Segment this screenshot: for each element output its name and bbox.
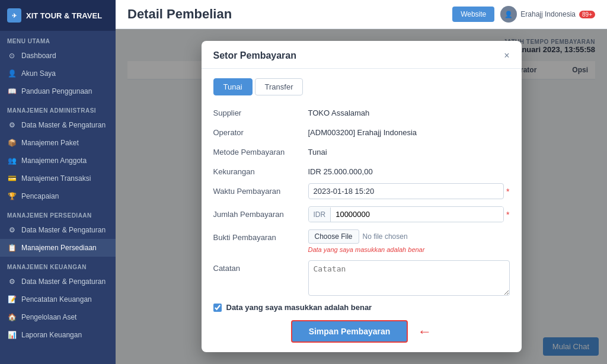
book-icon: 📖	[7, 87, 17, 95]
website-button[interactable]: Website	[452, 7, 494, 22]
confirm-checkbox[interactable]	[213, 304, 222, 312]
supplier-value: TOKO Assalamah	[308, 105, 510, 117]
gear-icon-3: ⚙	[7, 277, 17, 286]
supplier-row: Supplier TOKO Assalamah	[213, 105, 510, 117]
arrow-icon: ←	[417, 323, 432, 340]
kekurangan-value: IDR 25.000.000,00	[308, 164, 510, 176]
confirm-row: Data yang saya masukkan adalah benar	[213, 303, 510, 312]
file-hint: Data yang saya masukkan adalah benar	[308, 246, 510, 253]
operator-value: [ADM003200] Erahajj Indonesia	[308, 124, 510, 137]
credit-card-icon: 💳	[7, 174, 17, 183]
sidebar-item-panduan[interactable]: 📖 Panduan Penggunaan	[0, 82, 116, 100]
user-info: 👤 Erahajj Indonesia 89+	[500, 6, 595, 23]
sidebar: ✈ XIT TOUR & TRAVEL MENU UTAMA ⊙ Dashboa…	[0, 0, 116, 364]
modal-overlay: Setor Pembayaran × Tunai Transfer Suppli…	[116, 29, 607, 364]
inventory-icon: 📋	[7, 244, 17, 252]
tab-tunai[interactable]: Tunai	[213, 78, 253, 95]
sidebar-item-pencatatan-keuangan[interactable]: 📝 Pencatatan Keuangan	[0, 290, 116, 308]
sidebar-logo[interactable]: ✈ XIT TOUR & TRAVEL	[0, 0, 116, 31]
jumlah-input[interactable]	[331, 207, 503, 222]
sidebar-item-data-master-persediaan[interactable]: ⚙ Data Master & Pengaturan	[0, 221, 116, 239]
metode-value: Tunai	[308, 144, 510, 157]
metode-row: Metode Pembayaran Tunai	[213, 144, 510, 157]
section-title-menu-utama: MENU UTAMA	[0, 31, 116, 47]
sidebar-item-label: Data Master & Pengaturan	[21, 226, 106, 234]
users-icon: 👥	[7, 157, 17, 165]
confirm-label: Data yang saya masukkan adalah benar	[226, 303, 372, 312]
section-title-persediaan: MANAJEMEN PERSEDIAAN	[0, 205, 116, 221]
modal-close-button[interactable]: ×	[504, 50, 509, 61]
catatan-label: Catatan	[213, 260, 308, 273]
sidebar-item-manajemen-transaksi[interactable]: 💳 Manajemen Transaksi	[0, 170, 116, 187]
waktu-row: Waktu Pembayaran *	[213, 183, 510, 199]
avatar: 👤	[500, 6, 517, 23]
page-content: JATUH TEMPO PEMBAYARAN 21 Januari 2023, …	[116, 29, 607, 364]
notes-icon: 📝	[7, 295, 17, 304]
page-title: Detail Pembelian	[127, 7, 232, 22]
notification-badge: 89+	[579, 11, 595, 18]
operator-label: Operator	[213, 124, 308, 137]
tab-group: Tunai Transfer	[213, 78, 510, 95]
topbar-right: Website 👤 Erahajj Indonesia 89+	[452, 6, 595, 23]
file-chosen-text: No file chosen	[363, 232, 408, 241]
user-icon: 👤	[7, 69, 17, 78]
submit-row: Simpan Pembayaran ←	[213, 320, 510, 343]
sidebar-item-laporan-keuangan[interactable]: 📊 Laporan Keuangan	[0, 326, 116, 344]
simpan-pembayaran-button[interactable]: Simpan Pembayaran	[291, 320, 408, 343]
jumlah-input-group: IDR *	[308, 206, 510, 222]
modal-title: Setor Pembayaran	[213, 50, 297, 61]
sidebar-item-label: Panduan Penggunaan	[21, 87, 92, 95]
sidebar-item-manajemen-anggota[interactable]: 👥 Manajemen Anggota	[0, 152, 116, 170]
gear-icon-2: ⚙	[7, 226, 17, 234]
idr-prefix: IDR	[309, 207, 331, 222]
sidebar-item-manajemen-paket[interactable]: 📦 Manajemen Paket	[0, 134, 116, 152]
sidebar-item-pengelolaan-aset[interactable]: 🏠 Pengelolaan Aset	[0, 308, 116, 326]
sidebar-item-label: Manajemen Paket	[21, 139, 79, 147]
sidebar-item-label: Pencatatan Keuangan	[21, 295, 92, 304]
sidebar-item-data-master-admin[interactable]: ⚙ Data Master & Pengaturan	[0, 116, 116, 134]
tab-transfer[interactable]: Transfer	[255, 78, 304, 95]
section-title-admin: MANAJEMEN ADMINISTRASI	[0, 100, 116, 116]
sidebar-item-label: Data Master & Pengaturan	[21, 277, 106, 286]
sidebar-item-pencapaian[interactable]: 🏆 Pencapaian	[0, 187, 116, 205]
waktu-input[interactable]	[308, 183, 504, 199]
modal-header: Setor Pembayaran ×	[202, 41, 522, 69]
sidebar-item-label: Data Master & Pengaturan	[21, 121, 106, 129]
package-icon: 📦	[7, 139, 17, 147]
logo-icon: ✈	[7, 8, 21, 23]
modal-body: Tunai Transfer Supplier TOKO Assalamah O…	[202, 69, 522, 352]
metode-label: Metode Pembayaran	[213, 144, 308, 157]
main-content: Detail Pembelian Website 👤 Erahajj Indon…	[116, 0, 607, 364]
sidebar-item-dashboard[interactable]: ⊙ Dashboard	[0, 47, 116, 65]
waktu-required-star: *	[506, 187, 509, 196]
sidebar-item-label: Manajemen Persediaan	[21, 244, 97, 252]
waktu-label: Waktu Pembayaran	[213, 183, 308, 196]
topbar: Detail Pembelian Website 👤 Erahajj Indon…	[116, 0, 607, 29]
sidebar-item-label: Manajemen Anggota	[21, 157, 87, 165]
sidebar-item-label: Laporan Keuangan	[21, 331, 82, 339]
sidebar-item-manajemen-persediaan[interactable]: 📋 Manajemen Persediaan	[0, 239, 116, 257]
sidebar-item-label: Manajemen Transaksi	[21, 174, 91, 183]
jumlah-label: Jumlah Pembayaran	[213, 206, 308, 219]
idr-group: IDR	[308, 206, 504, 222]
modal-dialog: Setor Pembayaran × Tunai Transfer Suppli…	[202, 41, 522, 352]
file-input-row: Choose File No file chosen	[308, 229, 510, 244]
trophy-icon: 🏆	[7, 192, 17, 200]
choose-file-button[interactable]: Choose File	[308, 229, 359, 244]
waktu-input-group: *	[308, 183, 510, 199]
supplier-label: Supplier	[213, 105, 308, 117]
kekurangan-label: Kekurangan	[213, 164, 308, 176]
sidebar-item-akun-saya[interactable]: 👤 Akun Saya	[0, 65, 116, 82]
catatan-textarea[interactable]	[308, 260, 510, 296]
jumlah-required-star: *	[506, 210, 509, 219]
gear-icon: ⚙	[7, 121, 17, 129]
catatan-row: Catatan	[213, 260, 510, 296]
file-row: Choose File No file chosen Data yang say…	[308, 229, 510, 253]
sidebar-item-data-master-keuangan[interactable]: ⚙ Data Master & Pengaturan	[0, 273, 116, 290]
dashboard-icon: ⊙	[7, 52, 17, 60]
user-name: Erahajj Indonesia	[520, 10, 576, 18]
sidebar-item-label: Dashboard	[21, 52, 56, 60]
bukti-label: Bukti Pembayaran	[213, 229, 308, 242]
sidebar-item-label: Pencapaian	[21, 192, 59, 200]
bukti-row: Bukti Pembayaran Choose File No file cho…	[213, 229, 510, 253]
